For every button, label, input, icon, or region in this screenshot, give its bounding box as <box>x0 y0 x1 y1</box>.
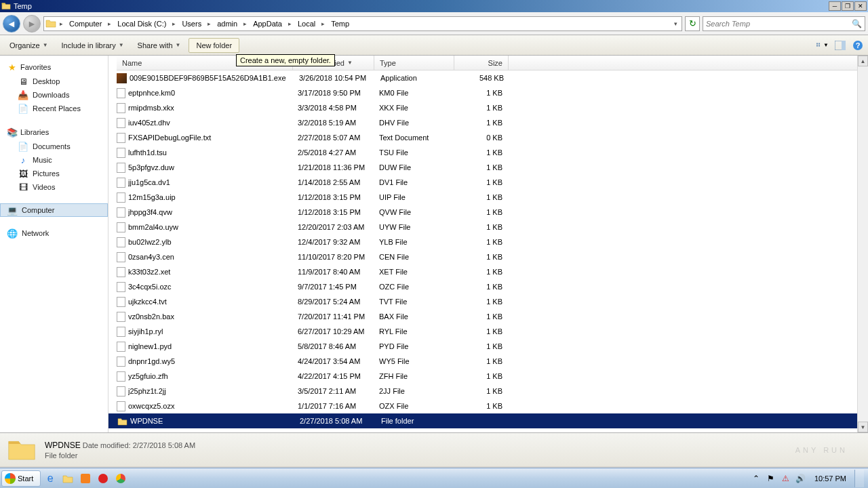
breadcrumb-item[interactable]: Computer <box>66 18 104 29</box>
show-desktop-button[interactable] <box>854 470 864 487</box>
file-row[interactable]: 3c4cqx5i.ozc9/7/2017 1:45 PMOZC File1 KB <box>108 279 868 294</box>
nav-music[interactable]: ♪Music <box>0 153 108 167</box>
file-row[interactable]: 009E9015BDEF9F869B5F15A526D9A1B1.exe3/26… <box>108 70 868 85</box>
taskbar-chrome[interactable] <box>113 470 129 487</box>
file-row[interactable]: k33t03z2.xet11/9/2017 8:40 AMXET File1 K… <box>108 264 868 279</box>
file-row[interactable]: j25phz1t.2jj3/5/2017 2:11 AM2JJ File1 KB <box>108 384 868 399</box>
file-type: TVT File <box>374 298 454 306</box>
scroll-down-button[interactable]: ▼ <box>858 422 868 432</box>
file-date: 1/12/2018 3:15 PM <box>292 208 374 216</box>
chevron-right-icon[interactable]: ▸ <box>58 20 65 27</box>
taskbar-ie[interactable]: e <box>42 470 58 487</box>
file-row[interactable]: oxwcqxz5.ozx1/1/2017 7:16 AMOZX File1 KB <box>108 399 868 413</box>
file-size: 1 KB <box>454 238 508 246</box>
tray-flag-icon[interactable]: ⚑ <box>766 473 776 484</box>
file-row[interactable]: iuv405zt.dhv3/2/2018 5:19 AMDHV File1 KB <box>108 115 868 130</box>
minimize-button[interactable]: ─ <box>829 1 841 11</box>
address-breadcrumb[interactable]: ▸ Computer ▸ Local Disk (C:) ▸ Users ▸ a… <box>43 16 682 31</box>
forward-button[interactable]: ► <box>23 15 41 33</box>
breadcrumb-item[interactable]: Temp <box>328 18 352 29</box>
taskbar-clock[interactable]: 10:57 PM <box>810 474 850 483</box>
file-type: KM0 File <box>374 89 454 97</box>
file-name: j25phz1t.2jj <box>128 387 292 395</box>
start-button[interactable]: Start <box>1 470 41 487</box>
file-row[interactable]: ujkzkcc4.tvt8/29/2017 5:24 AMTVT File1 K… <box>108 294 868 309</box>
chevron-right-icon[interactable]: ▸ <box>170 20 178 27</box>
nav-computer[interactable]: 💻Computer <box>0 203 108 217</box>
file-type: UIP File <box>374 193 454 201</box>
nav-videos[interactable]: 🎞Videos <box>0 180 108 194</box>
preview-pane-button[interactable] <box>834 39 846 52</box>
file-row[interactable]: bmm2al4o.uyw12/20/2017 2:03 AMUYW File1 … <box>108 220 868 235</box>
file-row[interactable]: WPDNSE2/27/2018 5:08 AMFile folder <box>108 413 868 428</box>
breadcrumb-item[interactable]: Local <box>295 18 318 29</box>
file-name: 5p3pfgvz.duw <box>128 163 292 171</box>
tray-network-icon[interactable]: ⚠ <box>781 473 791 484</box>
nav-recent-places[interactable]: 📄Recent Places <box>0 102 108 115</box>
file-row[interactable]: bu02lwz2.ylb12/4/2017 9:32 AMYLB File1 K… <box>108 235 868 249</box>
nav-pictures[interactable]: 🖼Pictures <box>0 167 108 180</box>
share-with-button[interactable]: Share with▼ <box>132 39 186 52</box>
file-row[interactable]: FXSAPIDebugLogFile.txt2/27/2018 5:07 AMT… <box>108 130 868 145</box>
taskbar-explorer[interactable] <box>60 470 76 487</box>
details-type: File folder <box>45 451 195 460</box>
file-row[interactable]: eptpnhce.km03/17/2018 9:50 PMKM0 File1 K… <box>108 85 868 100</box>
taskbar-app-orange[interactable] <box>77 470 94 487</box>
column-type[interactable]: Type <box>374 56 454 70</box>
libraries-label: Libraries <box>20 128 49 136</box>
organize-button[interactable]: Organize▼ <box>4 39 54 52</box>
tray-expand-icon[interactable]: ⌃ <box>751 473 762 484</box>
vertical-scrollbar[interactable]: ▲ ▼ <box>857 56 868 432</box>
libraries-header[interactable]: 📚 Libraries <box>0 125 108 140</box>
search-box[interactable]: 🔍 <box>703 16 865 31</box>
file-row[interactable]: dnpnr1gd.wy54/24/2017 3:54 AMWY5 File1 K… <box>108 354 868 369</box>
view-options-button[interactable]: ▼ <box>816 39 829 52</box>
back-button[interactable]: ◄ <box>3 15 20 33</box>
taskbar-app-red[interactable] <box>95 470 111 487</box>
file-row[interactable]: rmipdmsb.xkx3/3/2018 4:58 PMXKX File1 KB <box>108 100 868 115</box>
file-date: 3/3/2018 4:58 PM <box>292 104 374 112</box>
file-row[interactable]: jju1g5ca.dv11/14/2018 2:55 AMDV1 File1 K… <box>108 175 868 190</box>
file-date: 9/7/2017 1:45 PM <box>292 283 374 291</box>
file-row[interactable]: 0zsan4y3.cen11/10/2017 8:20 PMCEN File1 … <box>108 249 868 264</box>
breadcrumb-item[interactable]: AppData <box>250 18 285 29</box>
network-icon: 🌐 <box>7 228 18 239</box>
file-row[interactable]: vz0nsb2n.bax7/20/2017 11:41 PMBAX File1 … <box>108 309 868 324</box>
file-icon <box>117 371 125 382</box>
file-row[interactable]: lufhth1d.tsu2/5/2018 4:27 AMTSU File1 KB <box>108 145 868 160</box>
search-icon[interactable]: 🔍 <box>852 19 862 28</box>
chevron-right-icon[interactable]: ▸ <box>106 20 113 27</box>
new-folder-button[interactable]: New folder <box>189 38 239 53</box>
chevron-right-icon[interactable]: ▸ <box>241 20 249 27</box>
svg-text:?: ? <box>856 41 861 49</box>
close-button[interactable]: ✕ <box>854 1 867 11</box>
file-row[interactable]: niglnew1.pyd5/8/2017 8:46 AMPYD File1 KB <box>108 339 868 354</box>
favorites-header[interactable]: ★ Favorites <box>0 60 108 75</box>
nav-downloads[interactable]: 📥Downloads <box>0 88 108 102</box>
help-button[interactable]: ? <box>852 39 864 52</box>
file-row[interactable]: siyjih1p.ryl6/27/2017 10:29 AMRYL File1 … <box>108 324 868 339</box>
file-row[interactable]: yz5gfuio.zfh4/22/2017 4:15 PMZFH File1 K… <box>108 369 868 384</box>
maximize-button[interactable]: ❐ <box>842 1 854 11</box>
include-in-library-button[interactable]: Include in library▼ <box>56 39 130 52</box>
chevron-right-icon[interactable]: ▸ <box>205 20 213 27</box>
breadcrumb-dropdown[interactable]: ▾ <box>671 20 680 27</box>
breadcrumb-item[interactable]: admin <box>214 18 240 29</box>
file-row[interactable]: 12m15g3a.uip1/12/2018 3:15 PMUIP File1 K… <box>108 190 868 205</box>
nav-documents[interactable]: 📄Documents <box>0 140 108 153</box>
chevron-right-icon[interactable]: ▸ <box>286 20 294 27</box>
nav-network[interactable]: 🌐Network <box>0 226 108 240</box>
nav-desktop[interactable]: 🖥Desktop <box>0 75 108 88</box>
scroll-up-button[interactable]: ▲ <box>858 56 868 66</box>
column-size[interactable]: Size <box>454 56 509 70</box>
search-input[interactable] <box>706 20 852 28</box>
file-row[interactable]: 5p3pfgvz.duw1/21/2018 11:36 PMDUW File1 … <box>108 160 868 175</box>
refresh-button[interactable]: ↻ <box>685 16 700 31</box>
file-size: 0 KB <box>454 134 508 142</box>
chevron-right-icon[interactable]: ▸ <box>319 20 327 27</box>
breadcrumb-item[interactable]: Local Disk (C:) <box>115 18 169 29</box>
tray-volume-icon[interactable]: 🔊 <box>795 473 806 484</box>
chevron-down-icon: ▼ <box>43 42 48 48</box>
breadcrumb-item[interactable]: Users <box>179 18 204 29</box>
file-row[interactable]: jhppg3f4.qvw1/12/2018 3:15 PMQVW File1 K… <box>108 205 868 220</box>
